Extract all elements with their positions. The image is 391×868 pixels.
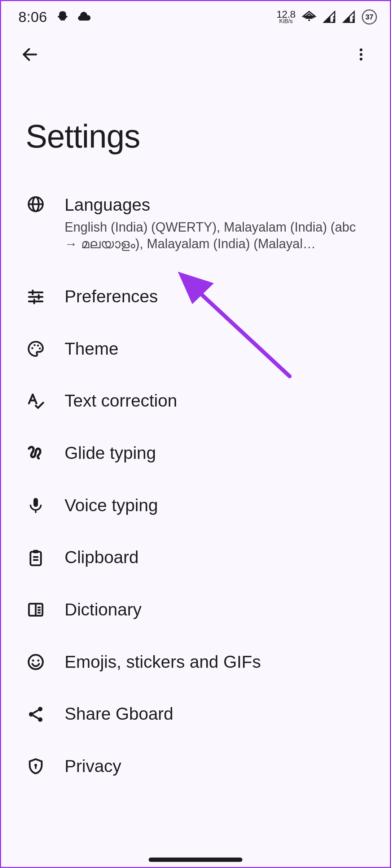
settings-item-title: Text correction [65,391,370,411]
svg-rect-3 [353,19,354,23]
tune-icon [26,288,45,306]
snapchat-icon [55,10,69,24]
settings-item-title: Dictionary [65,600,370,620]
cloud-icon [77,10,91,24]
svg-point-38 [38,717,43,722]
signal-sim1-icon [323,10,336,23]
privacy-shield-icon [26,757,45,776]
palette-icon [26,339,45,358]
svg-point-8 [360,58,363,61]
settings-item-subtitle: English (India) (QWERTY), Malayalam (Ind… [65,219,370,253]
share-icon [26,705,45,724]
svg-point-20 [37,345,39,346]
back-button[interactable] [17,41,43,67]
arrow-left-icon [21,45,39,64]
clipboard-icon [26,548,45,567]
svg-point-18 [31,347,33,349]
status-bar-left: 8:06 [18,9,91,25]
svg-point-0 [308,19,310,21]
settings-item-voice-typing[interactable]: Voice typing [1,479,390,532]
svg-point-37 [29,712,34,716]
svg-rect-24 [30,552,41,565]
network-rate: 12.8 KiB/s [277,10,296,24]
emoji-icon [26,653,45,671]
settings-item-theme[interactable]: Theme [1,323,390,375]
svg-rect-40 [35,766,36,769]
svg-rect-23 [34,498,38,507]
network-rate-value: 12.8 [277,10,296,19]
status-clock: 8:06 [18,9,47,25]
svg-point-7 [360,53,363,56]
settings-item-title: Preferences [65,286,370,307]
svg-point-2 [333,16,335,18]
svg-point-4 [352,16,354,18]
gesture-icon [26,444,45,463]
settings-item-emojis[interactable]: Emojis, stickers and GIFs [1,636,390,688]
svg-point-19 [34,344,35,346]
settings-item-text-correction[interactable]: Text correction [1,375,390,427]
svg-point-35 [37,659,39,662]
mic-icon [26,496,45,515]
svg-point-34 [32,659,34,662]
settings-item-privacy[interactable]: Privacy [1,740,390,793]
gesture-nav-bar[interactable] [149,858,242,862]
book-icon [26,600,45,619]
settings-item-title: Emojis, stickers and GIFs [65,652,370,672]
page-title: Settings [1,76,390,177]
settings-item-clipboard[interactable]: Clipboard [1,531,390,584]
settings-item-title: Privacy [65,756,370,777]
app-toolbar [1,33,390,76]
svg-point-6 [360,48,363,51]
settings-item-title: Theme [65,339,370,359]
settings-item-title: Share Gboard [65,704,370,724]
battery-badge: 37 [362,9,377,25]
settings-item-title: Clipboard [65,547,370,568]
overflow-menu-button[interactable] [348,41,374,67]
settings-item-dictionary[interactable]: Dictionary [1,584,390,636]
svg-rect-25 [33,550,39,553]
settings-list: Languages English (India) (QWERTY), Mala… [1,177,390,792]
settings-item-languages[interactable]: Languages English (India) (QWERTY), Mala… [1,177,390,271]
settings-item-glide-typing[interactable]: Glide typing [1,427,390,479]
status-bar: 8:06 12.8 KiB/s 37 [1,1,390,33]
globe-icon [26,195,45,214]
more-vert-icon [353,47,369,62]
svg-point-36 [38,707,43,711]
wifi-icon [302,10,316,24]
spellcheck-icon [26,392,45,411]
svg-rect-1 [333,19,335,23]
svg-point-21 [39,347,41,349]
network-rate-unit: KiB/s [279,19,293,24]
settings-item-title: Languages [65,195,370,215]
settings-item-preferences[interactable]: Preferences [1,271,390,323]
signal-sim2-icon [342,10,355,23]
settings-item-share-gboard[interactable]: Share Gboard [1,688,390,740]
status-bar-right: 12.8 KiB/s 37 [277,9,377,25]
settings-item-title: Glide typing [65,443,370,464]
settings-item-title: Voice typing [65,495,370,516]
